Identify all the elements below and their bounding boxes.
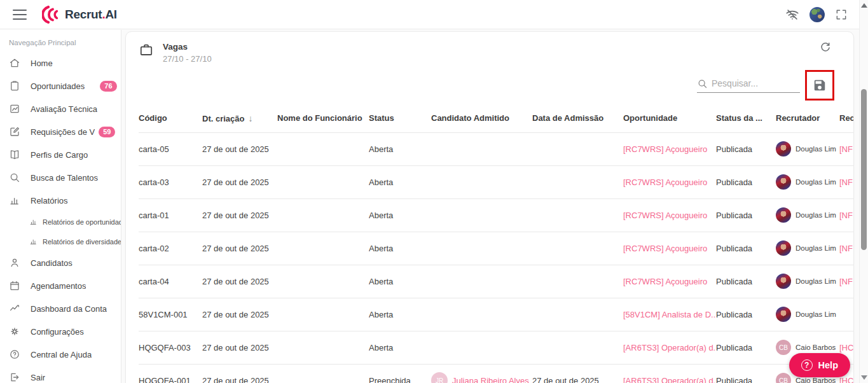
requisicao-link[interactable]: [NF [839, 144, 853, 154]
candidato-cell [431, 265, 532, 298]
fullscreen-icon[interactable] [835, 8, 848, 21]
refresh-icon[interactable] [819, 41, 832, 57]
sidebar: Navegação Principal Home Oportunidades 7… [0, 30, 121, 383]
status-oportunidade-cell: Publicada [716, 132, 776, 165]
oportunidade-link[interactable]: [RC7WRS] Açougueiro [623, 211, 707, 220]
sidebar-item-configuracoes[interactable]: Configurações [0, 320, 121, 343]
recruiter-name: Douglas Lim [796, 244, 836, 252]
calendar-icon [9, 280, 20, 291]
requisicao-link[interactable]: [NF [839, 277, 853, 286]
vagas-table-container: CódigoDt. criação↓Nome do FuncionárioSta… [126, 104, 853, 383]
sidebar-item-requisicoes[interactable]: Requisições de V 59 [0, 120, 121, 143]
requisicao-cell [839, 298, 853, 331]
nome-funcionario-cell [277, 298, 369, 331]
column-header[interactable]: Status da ... [716, 104, 776, 132]
recruiter-name: Caio Barbos [796, 377, 836, 383]
menu-icon[interactable] [13, 10, 27, 20]
column-header[interactable]: Dt. criação↓ [202, 104, 277, 132]
oportunidade-link[interactable]: [58V1CM] Analista de D... [623, 310, 716, 319]
recruiter-avatar [776, 207, 791, 223]
sidebar-item-home[interactable]: Home [0, 52, 121, 74]
table-row[interactable]: carta-02 27 de out de 2025 Aberta [RC7WR… [139, 232, 853, 265]
logo-text: Recrut.AI [65, 8, 117, 22]
save-filter-button[interactable] [813, 78, 827, 92]
scroll-up-arrow[interactable] [861, 3, 867, 8]
sidebar-item-oportunidades[interactable]: Oportunidades 76 [0, 74, 121, 97]
oportunidade-link[interactable]: [RC7WRS] Açougueiro [623, 144, 707, 154]
oportunidade-cell: [RC7WRS] Açougueiro [623, 232, 716, 265]
oportunidade-link[interactable]: [RC7WRS] Açougueiro [623, 244, 707, 253]
table-row[interactable]: HQGQFA-001 27 de out de 2025 Preenchida … [139, 364, 853, 383]
column-header[interactable]: Status [369, 104, 431, 132]
sidebar-item-relatorios-de-diversidade[interactable]: Relatórios de diversidade [0, 232, 121, 251]
scroll-down-arrow[interactable] [861, 375, 867, 380]
sidebar-item-agendamentos[interactable]: Agendamentos [0, 274, 121, 297]
column-header[interactable]: Recrutador [776, 104, 839, 132]
requisicao-link[interactable]: [HC [839, 376, 853, 383]
candidate-link[interactable]: Juliana Ribeiro Alves [452, 376, 529, 383]
dt-criacao-cell: 27 de out de 2025 [202, 132, 277, 165]
page-scrollbar[interactable] [859, 0, 868, 383]
column-header[interactable]: Candidato Admitido [431, 104, 532, 132]
column-header[interactable]: Data de Admissão [532, 104, 623, 132]
requisicao-link[interactable]: [NF [839, 178, 853, 187]
sidebar-item-busca-de-talentos[interactable]: Busca de Talentos [0, 166, 121, 189]
edit-square-icon [9, 126, 20, 137]
recrutador-cell: Douglas Lim [776, 165, 839, 198]
bar-chart-icon [9, 195, 20, 206]
search-field[interactable] [697, 78, 800, 93]
scrollbar-thumb[interactable] [861, 89, 867, 250]
user-avatar[interactable] [809, 7, 825, 22]
recruiter-avatar: CB [776, 373, 791, 383]
search-input[interactable] [712, 78, 793, 88]
sidebar-item-candidatos[interactable]: Candidatos [0, 251, 121, 274]
candidato-cell [431, 165, 532, 198]
table-header-row: CódigoDt. criação↓Nome do FuncionárioSta… [139, 104, 853, 132]
sidebar-item-dashboard-da-conta[interactable]: Dashboard da Conta [0, 297, 121, 320]
oportunidade-link[interactable]: [AR6TS3] Operador(a) d... [623, 376, 716, 383]
data-admissao-cell [532, 232, 623, 265]
data-admissao-cell [532, 132, 623, 165]
logo-arcs-icon [42, 5, 62, 24]
sidebar-item-avaliacao-tecnica[interactable]: Avaliação Técnica [0, 97, 121, 120]
candidate-avatar: JR [431, 372, 448, 383]
gear-icon [9, 326, 20, 337]
oportunidade-link[interactable]: [AR6TS3] Operador(a) d... [623, 343, 716, 352]
help-button[interactable]: ? Help [789, 353, 850, 377]
requisicao-link[interactable]: [HC [839, 343, 853, 352]
column-header[interactable]: Nome do Funcionário [277, 104, 369, 132]
codigo-cell: carta-02 [139, 232, 202, 265]
sidebar-item-relatorios-de-oportunidade[interactable]: Relatórios de oportunidade [0, 212, 121, 232]
oportunidade-cell: [RC7WRS] Açougueiro [623, 132, 716, 165]
candidato-cell [431, 298, 532, 331]
oportunidade-link[interactable]: [RC7WRS] Açougueiro [623, 178, 707, 187]
oportunidade-link[interactable]: [RC7WRS] Açougueiro [623, 277, 707, 286]
recrut-ai-logo[interactable]: Recrut.AI [42, 5, 117, 24]
sidebar-item-central-de-ajuda[interactable]: Central de Ajuda [0, 343, 121, 366]
candidato-cell [431, 331, 532, 364]
clipboard-icon [9, 80, 20, 92]
sidebar-item-perfis-de-cargo[interactable]: Perfis de Cargo [0, 143, 121, 166]
top-app-bar: Recrut.AI [0, 0, 859, 29]
status-oportunidade-cell: Publicada [716, 198, 776, 232]
data-admissao-cell [532, 265, 623, 298]
dt-criacao-cell: 27 de out de 2025 [202, 265, 277, 298]
sidebar-item-sair[interactable]: Sair [0, 366, 121, 383]
person-icon [9, 257, 20, 268]
column-header[interactable]: Oportunidade [623, 104, 716, 132]
table-row[interactable]: HQGQFA-003 27 de out de 2025 Aberta [AR6… [139, 331, 853, 364]
table-row[interactable]: carta-03 27 de out de 2025 Aberta [RC7WR… [139, 165, 853, 198]
sort-desc-icon[interactable]: ↓ [248, 113, 252, 123]
requisicao-link[interactable]: [NF [839, 211, 853, 220]
table-row[interactable]: carta-05 27 de out de 2025 Aberta [RC7WR… [139, 132, 853, 165]
table-row[interactable]: carta-04 27 de out de 2025 Aberta [RC7WR… [139, 265, 853, 298]
recruiter-name: Douglas Lim [796, 277, 836, 285]
sidebar-item-relatorios[interactable]: Relatórios [0, 189, 121, 212]
column-header[interactable]: Código [139, 104, 202, 132]
table-row[interactable]: 58V1CM-001 27 de out de 2025 Aberta [58V… [139, 298, 853, 331]
recruiter-avatar: CB [776, 340, 791, 355]
wifi-off-icon[interactable] [785, 8, 799, 22]
column-header[interactable]: Rec [839, 104, 853, 132]
requisicao-link[interactable]: [NF [839, 244, 853, 253]
table-row[interactable]: carta-01 27 de out de 2025 Aberta [RC7WR… [139, 198, 853, 232]
